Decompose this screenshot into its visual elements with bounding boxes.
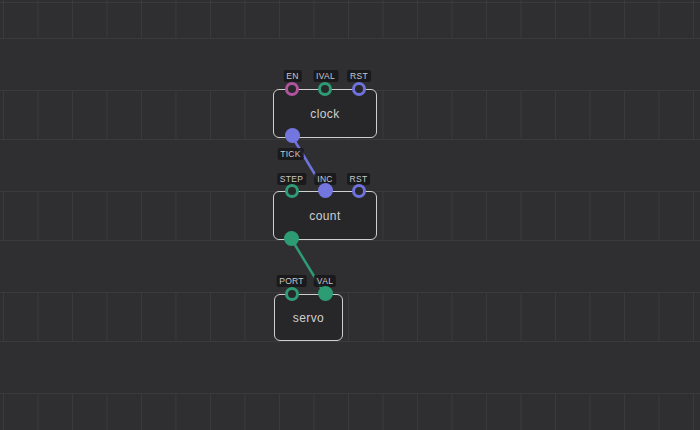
node-servo[interactable]: servo PORT VAL: [274, 294, 343, 341]
node-count-label: count: [309, 209, 340, 223]
pin-count-out[interactable]: [284, 231, 299, 246]
pin-count-inc[interactable]: [318, 183, 333, 198]
node-clock[interactable]: clock EN IVAL RST TICK: [273, 89, 377, 138]
pin-label-ival: IVAL: [313, 70, 338, 82]
pin-clock-ival[interactable]: [318, 82, 332, 96]
pin-count-rst[interactable]: [352, 184, 366, 198]
pin-label-rst: RST: [347, 70, 371, 82]
node-servo-label: servo: [293, 311, 324, 325]
pin-servo-val[interactable]: [318, 286, 333, 301]
pin-label-en: EN: [283, 70, 301, 82]
pin-clock-tick[interactable]: [285, 128, 300, 143]
pin-clock-rst[interactable]: [352, 82, 366, 96]
pin-label-tick: TICK: [277, 148, 304, 160]
pin-clock-en[interactable]: [285, 82, 299, 96]
pin-label-port: PORT: [276, 275, 307, 287]
node-count[interactable]: count STEP INC RST: [273, 191, 377, 240]
pin-count-step[interactable]: [285, 184, 299, 198]
patch-canvas[interactable]: clock EN IVAL RST TICK count STEP INC RS…: [0, 0, 700, 430]
node-clock-label: clock: [310, 107, 339, 121]
pin-servo-port[interactable]: [285, 287, 299, 301]
